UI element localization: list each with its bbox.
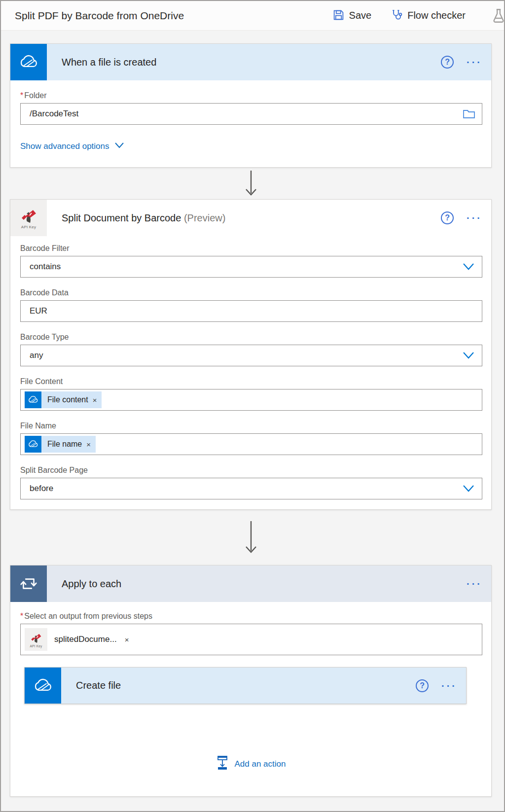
split-barcode-page-select[interactable]: before xyxy=(20,478,482,499)
chevron-down-icon xyxy=(462,351,475,362)
file-content-field[interactable]: File content × xyxy=(20,389,482,411)
stethoscope-icon xyxy=(390,8,403,23)
help-icon[interactable]: ? xyxy=(441,56,454,69)
required-asterisk: * xyxy=(20,612,23,620)
barcode-data-group: Barcode Data xyxy=(20,288,481,322)
select-output-label: Select an output from previous steps xyxy=(24,612,152,620)
barcode-type-group: Barcode Type any xyxy=(20,333,481,366)
split-barcode-page-group: Split Barcode Page before xyxy=(20,466,481,499)
folder-input-wrap xyxy=(20,103,481,125)
add-action-label: Add an action xyxy=(235,759,286,769)
command-bar-actions: Save Flow checker xyxy=(332,8,466,23)
add-action-button[interactable]: Add an action xyxy=(216,755,286,773)
folder-field-label: Folder xyxy=(24,91,46,100)
split-card-title: Split Document by Barcode (Preview) xyxy=(62,212,441,224)
remove-token-icon[interactable]: × xyxy=(86,440,91,449)
ellipsis-icon[interactable]: ··· xyxy=(467,579,482,589)
trigger-title: When a file is created xyxy=(62,57,441,68)
remove-token-icon[interactable]: × xyxy=(125,635,129,644)
split-title-text: Split Document by Barcode xyxy=(62,212,181,223)
folder-input[interactable] xyxy=(20,103,482,125)
splited-documents-token[interactable]: API Key splitedDocume... × xyxy=(25,628,129,651)
apply-to-each-card: Apply to each ··· *Select an output from… xyxy=(10,565,492,797)
file-name-group: File Name File name × xyxy=(20,422,481,455)
save-button[interactable]: Save xyxy=(332,9,372,23)
ellipsis-icon[interactable]: ··· xyxy=(441,681,457,691)
flow-checker-button[interactable]: Flow checker xyxy=(390,8,466,23)
split-barcode-page-value: before xyxy=(30,484,53,494)
preview-badge: (Preview) xyxy=(184,212,225,223)
designer-command-bar: Split PDF by Barcode from OneDrive Save xyxy=(1,1,504,31)
onedrive-icon xyxy=(25,436,41,453)
flow-designer-window: Split PDF by Barcode from OneDrive Save xyxy=(0,0,505,812)
ellipsis-icon[interactable]: ··· xyxy=(467,57,482,67)
save-label: Save xyxy=(349,10,372,21)
test-button[interactable] xyxy=(490,7,505,25)
create-file-header[interactable]: Create file ? ··· xyxy=(25,668,466,704)
create-file-title: Create file xyxy=(76,680,416,691)
chevron-down-icon xyxy=(462,262,475,274)
file-name-label: File Name xyxy=(20,422,481,430)
api-key-caption: API Key xyxy=(30,644,42,648)
folder-field-label-row: *Folder xyxy=(20,91,481,100)
apply-to-each-body: *Select an output from previous steps AP… xyxy=(10,602,491,796)
apply-to-each-header[interactable]: Apply to each ··· xyxy=(10,565,491,602)
onedrive-icon xyxy=(10,44,47,80)
flow-checker-label: Flow checker xyxy=(407,10,466,21)
api-key-caption: API Key xyxy=(21,225,36,229)
onedrive-icon xyxy=(25,668,61,704)
file-content-token-label: File content xyxy=(47,395,88,404)
barcode-data-label: Barcode Data xyxy=(20,288,481,297)
barcode-type-label: Barcode Type xyxy=(20,333,481,342)
file-name-token-label: File name xyxy=(47,440,82,449)
remove-token-icon[interactable]: × xyxy=(93,396,97,404)
flask-icon xyxy=(490,7,505,26)
trigger-card-body: *Folder Show advanced options xyxy=(10,80,491,167)
add-action-row: Add an action xyxy=(20,755,481,773)
file-content-label: File Content xyxy=(20,377,481,386)
show-advanced-options-label: Show advanced options xyxy=(20,141,109,151)
split-card-body: Barcode Filter contains Barcode Data xyxy=(10,236,491,509)
split-card-header[interactable]: API Key Split Document by Barcode (Previ… xyxy=(10,200,491,236)
ellipsis-icon[interactable]: ··· xyxy=(467,213,482,223)
api-key-icon: API Key xyxy=(25,628,47,651)
save-icon xyxy=(332,9,345,23)
file-content-token[interactable]: File content × xyxy=(25,391,102,408)
chevron-down-icon xyxy=(114,141,124,151)
barcode-type-value: any xyxy=(30,351,43,360)
barcode-data-input[interactable] xyxy=(20,300,482,322)
select-output-field[interactable]: API Key splitedDocume... × xyxy=(20,624,482,655)
split-barcode-page-label: Split Barcode Page xyxy=(20,466,481,475)
help-icon[interactable]: ? xyxy=(441,212,454,224)
file-name-token[interactable]: File name × xyxy=(25,436,96,453)
required-asterisk: * xyxy=(20,91,23,100)
connector-arrow xyxy=(10,168,492,199)
apply-to-each-title: Apply to each xyxy=(62,578,467,590)
barcode-filter-group: Barcode Filter contains xyxy=(20,244,481,278)
loop-icon xyxy=(10,565,47,602)
trigger-card-header[interactable]: When a file is created ? ··· xyxy=(10,44,491,80)
barcode-filter-label: Barcode Filter xyxy=(20,244,481,253)
splited-documents-token-label: splitedDocume... xyxy=(54,635,117,644)
file-content-group: File Content File content × xyxy=(20,377,481,411)
file-name-field[interactable]: File name × xyxy=(20,433,482,455)
trigger-card: When a file is created ? ··· *Folder xyxy=(10,43,492,168)
barcode-filter-value: contains xyxy=(30,262,61,272)
chevron-down-icon xyxy=(462,484,475,495)
help-icon[interactable]: ? xyxy=(416,679,429,692)
folder-picker-icon[interactable] xyxy=(463,108,475,120)
add-action-icon xyxy=(216,755,229,773)
barcode-type-select[interactable]: any xyxy=(20,345,482,366)
create-file-card: Create file ? ··· xyxy=(24,667,467,704)
onedrive-icon xyxy=(25,391,41,408)
api-key-icon: API Key xyxy=(10,200,47,236)
show-advanced-options-link[interactable]: Show advanced options xyxy=(20,141,124,151)
split-document-card: API Key Split Document by Barcode (Previ… xyxy=(10,199,492,510)
flow-title: Split PDF by Barcode from OneDrive xyxy=(15,10,332,22)
flow-canvas: When a file is created ? ··· *Folder xyxy=(1,31,504,797)
connector-arrow xyxy=(10,510,492,565)
select-output-label-row: *Select an output from previous steps xyxy=(20,612,481,621)
barcode-filter-select[interactable]: contains xyxy=(20,256,482,278)
